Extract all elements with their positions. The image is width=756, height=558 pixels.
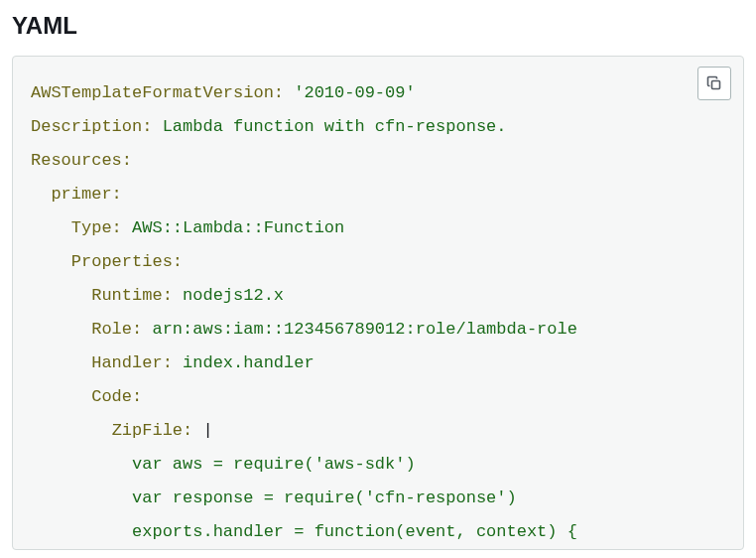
yaml-key: Resources: [31, 151, 132, 170]
yaml-key: ZipFile: [112, 421, 193, 440]
yaml-value: Lambda function with cfn-response. [163, 117, 507, 136]
yaml-value: arn:aws:iam::123456789012:role/lambda-ro… [152, 320, 576, 339]
yaml-key: Type: [71, 218, 122, 237]
section-heading: YAML [12, 12, 744, 40]
code-line: exports.handler = function(event, contex… [132, 522, 577, 541]
code-line: var response = require('cfn-response') [132, 488, 517, 507]
yaml-key: Properties: [71, 252, 183, 271]
yaml-key: Role: [91, 320, 142, 339]
yaml-key: Description: [31, 117, 152, 136]
yaml-literal-indicator: | [202, 421, 212, 440]
copy-icon [706, 75, 722, 91]
yaml-key: Runtime: [91, 286, 173, 305]
yaml-value: index.handler [183, 353, 315, 372]
code-panel: AWSTemplateFormatVersion: '2010-09-09' D… [12, 56, 744, 550]
yaml-key: AWSTemplateFormatVersion: [31, 83, 284, 102]
yaml-key: primer: [51, 185, 121, 204]
copy-button[interactable] [697, 67, 731, 100]
yaml-value: '2010-09-09' [294, 83, 415, 102]
yaml-key: Handler: [91, 353, 173, 372]
yaml-value: AWS::Lambda::Function [132, 218, 344, 237]
yaml-value: nodejs12.x [183, 286, 284, 305]
svg-rect-0 [712, 81, 720, 89]
yaml-code-block: AWSTemplateFormatVersion: '2010-09-09' D… [31, 76, 725, 549]
yaml-key: Code: [91, 387, 142, 406]
code-line: var aws = require('aws-sdk') [132, 455, 416, 474]
